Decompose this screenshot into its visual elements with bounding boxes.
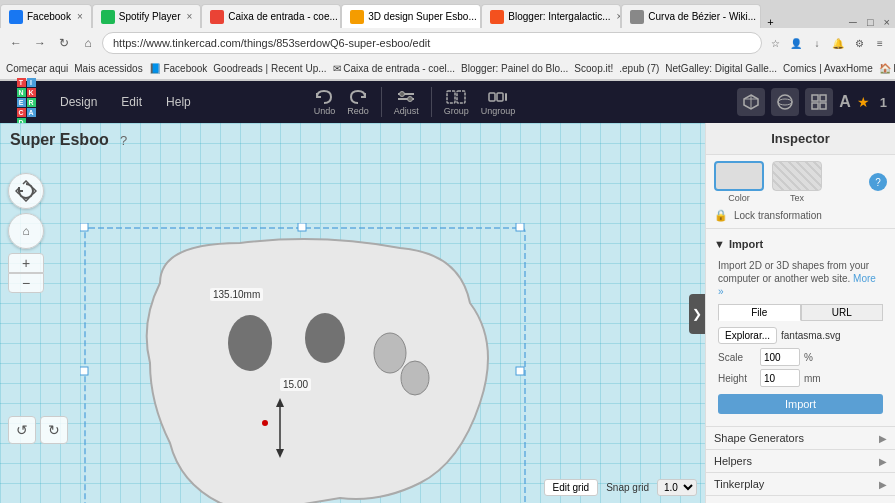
undo-btn[interactable]: ↺: [8, 416, 36, 444]
bookmark-home[interactable]: 🏠 home: [879, 63, 895, 74]
tinkercad-tab-icon: [350, 10, 364, 24]
inspector-panel: Inspector Color Tex ? 🔒 Lo: [705, 123, 895, 503]
canvas-help-icon[interactable]: ?: [120, 133, 127, 148]
bookmark-epub[interactable]: .epub (7): [619, 63, 659, 74]
svg-rect-26: [80, 367, 88, 375]
tab-blogger[interactable]: Blogger: Intergalactic... ×: [481, 4, 621, 28]
adjust-icon: [396, 89, 416, 105]
cube-icon-btn[interactable]: [737, 88, 765, 116]
svg-rect-8: [505, 93, 507, 101]
svg-point-30: [374, 333, 406, 373]
canvas-title: Super Esboo: [10, 131, 109, 149]
svg-rect-20: [80, 223, 88, 231]
logo-a: A: [27, 108, 36, 117]
url-tab[interactable]: URL: [801, 304, 884, 321]
chrome-menu-icon[interactable]: ≡: [871, 34, 889, 52]
adjust-action[interactable]: Adjust: [394, 89, 419, 116]
person-icon[interactable]: 👤: [787, 34, 805, 52]
tinkercad-logo[interactable]: T I N K E R C A D: [8, 84, 44, 120]
bookmark-star-icon[interactable]: ☆: [766, 34, 784, 52]
snap-grid-select[interactable]: 1.0 0.5 0.1: [657, 479, 697, 496]
zoom-out-btn[interactable]: −: [8, 273, 44, 293]
back-button[interactable]: ←: [6, 33, 26, 53]
undo-label: Undo: [314, 106, 336, 116]
bookmark-acessados[interactable]: Mais acessidos: [74, 63, 142, 74]
section-geometric[interactable]: Geometric ▶: [706, 496, 895, 503]
bookmark-blogger[interactable]: Blogger: Painel do Blo...: [461, 63, 568, 74]
import-button[interactable]: Import: [718, 394, 883, 414]
tab-gmail-label: Caixa de entrada - coe...: [228, 11, 338, 22]
window-maximize[interactable]: □: [862, 16, 879, 28]
star-btn[interactable]: ★: [857, 94, 870, 110]
group-action[interactable]: Group: [444, 89, 469, 116]
texture-swatch[interactable]: [772, 161, 822, 191]
window-close[interactable]: ×: [879, 16, 895, 28]
bookmark-goodreads[interactable]: Goodreads | Recent Up...: [213, 63, 326, 74]
svg-rect-15: [820, 95, 826, 101]
tab-tinkercad[interactable]: 3D design Super Esbo... ×: [341, 4, 481, 28]
section-shape-generators[interactable]: Shape Generators ▶: [706, 427, 895, 450]
ungroup-action[interactable]: Ungroup: [481, 89, 516, 116]
address-input[interactable]: [102, 32, 762, 54]
menu-design[interactable]: Design: [52, 91, 105, 113]
bookmark-comecar[interactable]: Começar aqui: [6, 63, 68, 74]
gmail-tab-icon: [210, 10, 224, 24]
blogger-tab-icon: [490, 10, 504, 24]
divider-2: [431, 87, 432, 117]
bookmark-facebook[interactable]: 📘 Facebook: [149, 63, 208, 74]
home-button[interactable]: ⌂: [78, 33, 98, 53]
menu-help[interactable]: Help: [158, 91, 199, 113]
grid-icon-btn[interactable]: [805, 88, 833, 116]
notification-icon[interactable]: 🔔: [829, 34, 847, 52]
tab-bezier[interactable]: Curva de Bézier - Wiki... ×: [621, 4, 761, 28]
tinkercad-app: T I N K E R C A D Design Edit Help Undo: [0, 81, 895, 503]
bookmark-netgalley[interactable]: NetGalley: Digital Galle...: [665, 63, 777, 74]
inspector-title: Inspector: [771, 131, 830, 146]
svg-rect-24: [298, 223, 306, 231]
svg-rect-7: [497, 93, 503, 101]
section-tinkerplay[interactable]: Tinkerplay ▶: [706, 473, 895, 496]
tab-facebook-label: Facebook: [27, 11, 71, 22]
redo-action[interactable]: Redo: [347, 89, 369, 116]
file-tab[interactable]: File: [718, 304, 801, 321]
home-view-btn[interactable]: ⌂: [8, 213, 44, 249]
zoom-in-btn[interactable]: +: [8, 253, 44, 273]
tab-gmail[interactable]: Caixa de entrada - coe... ×: [201, 4, 341, 28]
sphere-icon-btn[interactable]: [771, 88, 799, 116]
svg-rect-16: [812, 103, 818, 109]
settings-icon[interactable]: ⚙: [850, 34, 868, 52]
inspector-help-btn[interactable]: ?: [869, 173, 887, 191]
tab-facebook-close[interactable]: ×: [77, 11, 83, 22]
tab-spotify[interactable]: Spotify Player ×: [92, 4, 202, 28]
inspector-color-section: Color Tex ? 🔒 Lock transformation: [706, 155, 895, 229]
text-a-btn[interactable]: A: [839, 93, 851, 111]
new-tab-button[interactable]: +: [761, 16, 779, 28]
redo-btn[interactable]: ↻: [40, 416, 68, 444]
import-section-header[interactable]: ▼ Import: [714, 235, 887, 253]
tab-facebook[interactable]: Facebook ×: [0, 4, 92, 28]
window-minimize[interactable]: ─: [844, 16, 862, 28]
section-helpers[interactable]: Helpers ▶: [706, 450, 895, 473]
bookmark-scoopit[interactable]: Scoop.it!: [574, 63, 613, 74]
canvas-area[interactable]: Super Esboo ? ⌂ +: [0, 123, 705, 503]
right-panel-toggle[interactable]: ❯: [689, 294, 705, 334]
menu-edit[interactable]: Edit: [113, 91, 150, 113]
undo-action[interactable]: Undo: [314, 89, 336, 116]
snap-grid-label: Snap grid: [606, 482, 649, 493]
tab-spotify-close[interactable]: ×: [186, 11, 192, 22]
lock-row[interactable]: 🔒 Lock transformation: [714, 209, 887, 222]
explore-button[interactable]: Explorar...: [718, 327, 777, 344]
height-input[interactable]: [760, 369, 800, 387]
color-swatch[interactable]: [714, 161, 764, 191]
section-tinkerplay-label: Tinkerplay: [714, 478, 764, 490]
sg-expand-icon: ▶: [879, 433, 887, 444]
edit-grid-button[interactable]: Edit grid: [544, 479, 599, 496]
scale-input[interactable]: [760, 348, 800, 366]
bookmark-comics[interactable]: Comics | AvaxHome: [783, 63, 873, 74]
download-icon[interactable]: ↓: [808, 34, 826, 52]
bookmark-gmail[interactable]: ✉ Caixa de entrada - coel...: [333, 63, 456, 74]
refresh-button[interactable]: ↻: [54, 33, 74, 53]
svg-point-29: [305, 313, 345, 363]
rotate-nav-btn[interactable]: [8, 173, 44, 209]
forward-button[interactable]: →: [30, 33, 50, 53]
